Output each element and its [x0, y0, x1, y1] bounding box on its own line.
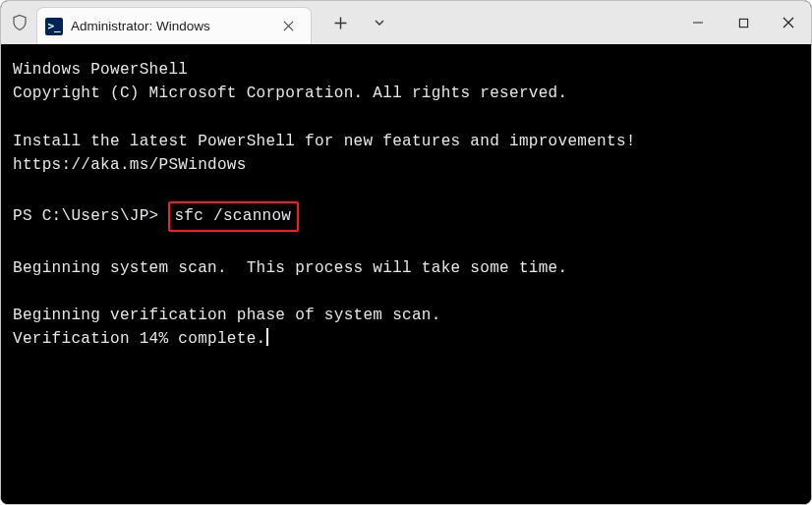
shield-icon	[9, 12, 30, 33]
install-url-line: https://aka.ms/PSWindows	[13, 156, 247, 174]
verification-progress-line: Verification 14% complete.	[13, 330, 265, 348]
prompt: PS C:\Users\JP>	[13, 207, 168, 225]
scan-begin-line: Beginning system scan. This process will…	[13, 259, 567, 277]
new-tab-button[interactable]	[323, 8, 357, 37]
tab-title: Administrator: Windows	[71, 19, 210, 33]
text-cursor	[266, 328, 268, 346]
active-tab[interactable]: >_ Administrator: Windows	[36, 7, 312, 44]
tab-close-button[interactable]	[275, 14, 301, 39]
command-text: sfc /scannow	[174, 207, 291, 225]
terminal-content[interactable]: Windows PowerShell Copyright (C) Microso…	[1, 44, 811, 504]
titlebar-drag-area[interactable]	[396, 1, 675, 44]
svg-rect-0	[739, 19, 747, 27]
install-hint-line: Install the latest PowerShell for new fe…	[13, 133, 636, 150]
banner-line-2: Copyright (C) Microsoft Corporation. All…	[13, 84, 567, 102]
tabstrip-actions	[312, 1, 396, 44]
minimize-button[interactable]	[675, 1, 721, 44]
maximize-button[interactable]	[721, 1, 766, 44]
verification-phase-line: Beginning verification phase of system s…	[13, 307, 441, 324]
command-highlight: sfc /scannow	[168, 201, 299, 232]
titlebar: >_ Administrator: Windows	[1, 1, 811, 44]
close-button[interactable]	[766, 1, 811, 44]
banner-line-1: Windows PowerShell	[13, 61, 188, 79]
window-controls	[675, 1, 811, 44]
tab-dropdown-button[interactable]	[363, 8, 396, 37]
titlebar-left: >_ Administrator: Windows	[1, 1, 312, 44]
powershell-icon: >_	[45, 18, 63, 35]
terminal-window: >_ Administrator: Windows	[0, 0, 812, 505]
